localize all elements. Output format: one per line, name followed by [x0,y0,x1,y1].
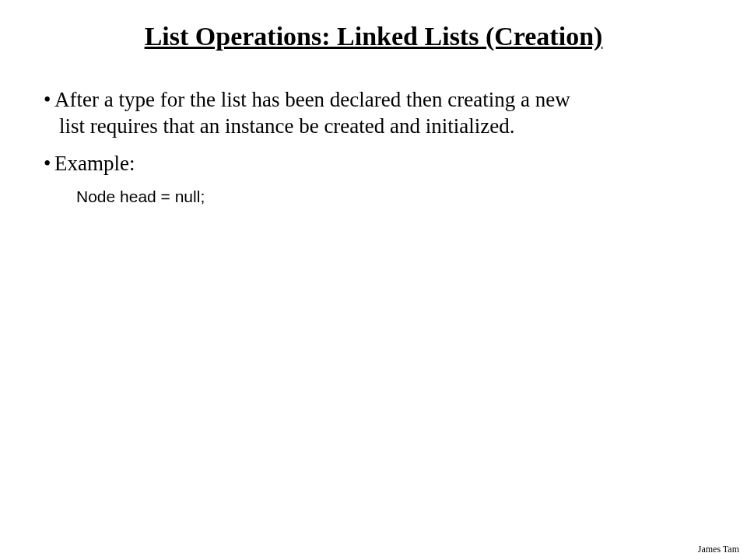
slide: List Operations: Linked Lists (Creation)… [0,0,747,560]
bullet-dot-icon: • [44,151,51,177]
footer-author: James Tam [698,544,739,555]
bullet-text-line1: After a type for the list has been decla… [54,88,570,111]
slide-body: • After a type for the list has been dec… [44,87,703,206]
bullet-text: Example: [54,152,135,175]
code-example: Node head = null; [76,187,703,206]
bullet-text-line2: list requires that an instance be create… [54,114,703,140]
slide-title: List Operations: Linked Lists (Creation) [0,22,747,51]
bullet-item: • After a type for the list has been dec… [44,87,703,140]
bullet-item: • Example: [44,151,703,177]
bullet-dot-icon: • [44,87,51,114]
